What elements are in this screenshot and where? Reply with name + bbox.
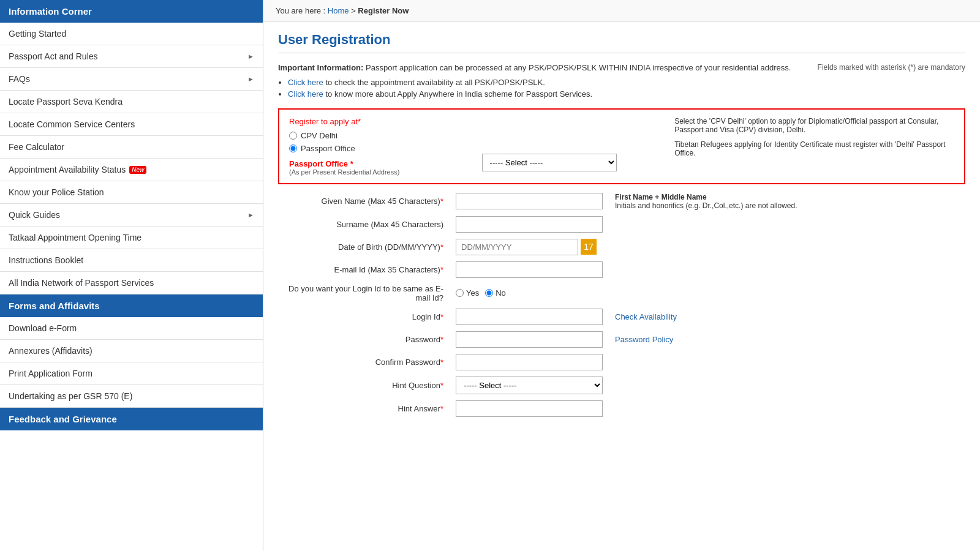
password-input[interactable] (456, 331, 603, 348)
confirm-password-req: * (440, 358, 443, 367)
password-policy-link[interactable]: Password Policy (615, 335, 673, 344)
hint-question-select[interactable]: ----- Select ----- (456, 377, 603, 394)
login-same-no-radio[interactable] (485, 289, 493, 297)
passport-office-radio[interactable] (289, 144, 297, 152)
register-box-hints: Select the 'CPV Delhi' option to apply f… (674, 117, 954, 157)
click-here-link-1[interactable]: Click here (288, 78, 323, 87)
sidebar-item-fee-calculator[interactable]: Fee Calculator (0, 136, 263, 159)
breadcrumb-current: Register Now (358, 6, 409, 15)
register-at-label: Register to apply at* (289, 117, 476, 126)
password-req: * (440, 335, 443, 344)
sidebar-section-information: Information Corner (0, 0, 263, 23)
surname-label: Surname (Max 45 Characters) (278, 220, 450, 229)
email-input[interactable] (456, 261, 603, 278)
sidebar-item-getting-started[interactable]: Getting Started (0, 23, 263, 45)
important-link-item-1: Click here to check the appointment avai… (288, 78, 965, 87)
password-row: Password* Password Policy (278, 331, 965, 348)
given-name-note: First Name + Middle Name Initials and ho… (615, 193, 797, 210)
login-id-input-wrapper (456, 309, 603, 325)
calendar-icon[interactable]: 17 (581, 239, 597, 255)
passport-office-label[interactable]: Passport Office (301, 144, 355, 153)
sidebar-item-undertaking[interactable]: Undertaking as per GSR 570 (E) (0, 385, 263, 408)
sidebar-item-label: Getting Started (9, 29, 66, 39)
dob-label: Date of Birth (DD/MM/YYYY)* (278, 242, 450, 252)
surname-row: Surname (Max 45 Characters) (278, 216, 965, 233)
sidebar-item-quick-guides[interactable]: Quick Guides ► (0, 204, 263, 227)
sidebar-item-annexures[interactable]: Annexures (Affidavits) (0, 340, 263, 362)
breadcrumb-separator: > (351, 6, 358, 15)
hint-answer-input-wrapper (456, 400, 603, 417)
important-body: Passport application can be processed at… (366, 63, 791, 72)
breadcrumb: You are here : Home > Register Now (263, 0, 980, 22)
sidebar-item-label: Appointment Availability Status (9, 165, 126, 174)
passport-office-req: * (350, 159, 353, 168)
new-badge: New (129, 166, 146, 174)
sidebar-item-all-india-network[interactable]: All India Network of Passport Services (0, 272, 263, 294)
important-link-item-2: Click here to know more about Apply Anyw… (288, 89, 965, 99)
passport-office-select-section: ----- Select ----- (482, 117, 669, 171)
sidebar: Information Corner Getting Started Passp… (0, 0, 263, 551)
register-box: Register to apply at* CPV Delhi Passport… (278, 108, 965, 184)
cpv-hint-text: Select the 'CPV Delhi' option to apply f… (674, 117, 954, 134)
breadcrumb-prefix: You are here : (276, 6, 328, 15)
password-label: Password* (278, 335, 450, 344)
sidebar-item-download-eform[interactable]: Download e-Form (0, 317, 263, 340)
sidebar-item-faqs[interactable]: FAQs ► (0, 68, 263, 91)
login-same-yes-radio[interactable] (456, 289, 464, 297)
passport-office-select[interactable]: ----- Select ----- (482, 154, 617, 171)
sidebar-item-police-station[interactable]: Know your Police Station (0, 181, 263, 204)
sidebar-item-locate-psk[interactable]: Locate Passport Seva Kendra (0, 91, 263, 113)
sidebar-item-instructions[interactable]: Instructions Booklet (0, 249, 263, 272)
passport-office-sublabel: (As per Present Residential Address) (289, 168, 476, 176)
sidebar-item-passport-act[interactable]: Passport Act and Rules ► (0, 45, 263, 68)
important-label: Important Information: (278, 63, 363, 72)
register-at-section: Register to apply at* CPV Delhi Passport… (289, 117, 476, 176)
link2-text: to know more about Apply Anywhere in Ind… (325, 89, 592, 99)
dob-input[interactable] (456, 239, 578, 255)
sidebar-item-label: Download e-Form (9, 323, 77, 333)
sidebar-item-print-form[interactable]: Print Application Form (0, 362, 263, 385)
login-same-row: Do you want your Login Id to be same as … (278, 284, 965, 302)
register-at-text: Register to apply at (289, 117, 358, 126)
main-content: You are here : Home > Register Now User … (263, 0, 980, 551)
login-id-input[interactable] (456, 309, 603, 325)
mandatory-note: Fields marked with asterisk (*) are mand… (818, 63, 965, 72)
register-radio-group: CPV Delhi Passport Office (289, 131, 476, 153)
login-same-yes-label[interactable]: Yes (466, 288, 479, 298)
sidebar-item-label: Know your Police Station (9, 187, 104, 197)
surname-input-wrapper (456, 216, 603, 233)
email-row: E-mail Id (Max 35 Characters)* (278, 261, 965, 278)
hint-answer-input[interactable] (456, 400, 603, 417)
surname-input[interactable] (456, 216, 603, 233)
login-same-no-label[interactable]: No (496, 288, 506, 298)
hint-question-req: * (440, 381, 443, 390)
sidebar-item-label: Fee Calculator (9, 142, 64, 152)
register-req: * (358, 117, 361, 126)
hint-question-row: Hint Question* ----- Select ----- (278, 377, 965, 394)
given-name-req: * (440, 197, 443, 206)
sidebar-item-label: Quick Guides (9, 210, 60, 220)
given-name-input[interactable] (456, 193, 603, 209)
sidebar-item-label: Passport Act and Rules (9, 51, 98, 61)
dob-input-wrapper: 17 (456, 239, 597, 255)
cpv-delhi-label[interactable]: CPV Delhi (301, 131, 337, 140)
sidebar-item-locate-csc[interactable]: Locate Common Service Centers (0, 113, 263, 136)
dob-req: * (440, 242, 443, 252)
link1-text: to check the appointment availability at… (325, 78, 545, 87)
page-title: User Registration (278, 32, 965, 53)
sidebar-item-label: Instructions Booklet (9, 255, 83, 265)
login-same-no-option: No (485, 288, 506, 298)
important-info-section: Fields marked with asterisk (*) are mand… (278, 62, 965, 101)
login-id-req: * (440, 312, 443, 321)
check-availability-link[interactable]: Check Availability (615, 312, 677, 321)
sidebar-item-tatkaal[interactable]: Tatkaal Appointment Opening Time (0, 227, 263, 249)
sidebar-section-feedback: Feedback and Grievance (0, 408, 263, 430)
sidebar-item-appointment[interactable]: Appointment Availability Status New (0, 159, 263, 181)
hint-answer-row: Hint Answer* (278, 400, 965, 417)
click-here-link-2[interactable]: Click here (288, 89, 323, 99)
confirm-password-input[interactable] (456, 354, 603, 370)
email-input-wrapper (456, 261, 603, 278)
login-same-options: Yes No (456, 288, 506, 298)
breadcrumb-home[interactable]: Home (328, 6, 349, 15)
cpv-delhi-radio[interactable] (289, 132, 297, 140)
